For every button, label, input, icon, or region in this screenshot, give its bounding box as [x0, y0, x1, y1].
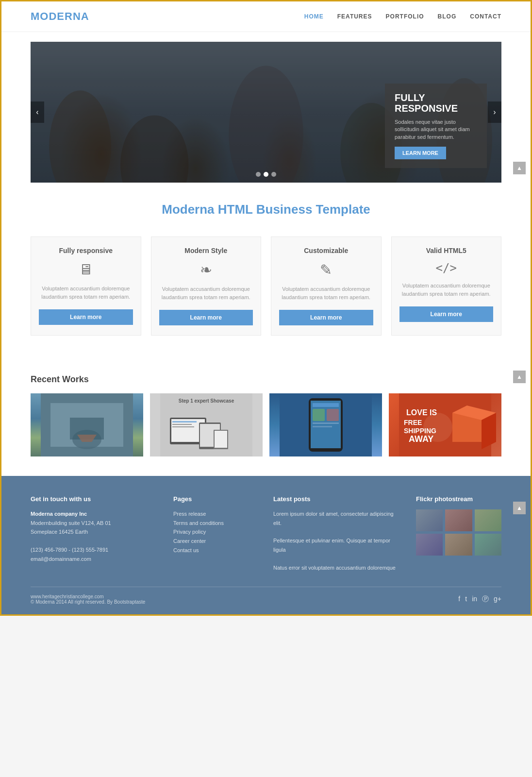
hero-section: ‹ › FULLY RESPONSIVE Sodales neque vitae… — [31, 42, 501, 183]
footer-pages-col: Pages Press release Terms and conditions… — [173, 495, 259, 572]
work-image-2 — [269, 393, 382, 456]
googleplus-icon[interactable]: g+ — [494, 595, 501, 604]
svg-rect-27 — [313, 422, 339, 424]
logo[interactable]: MODERNA — [31, 10, 89, 23]
feature-icon-0: 🖥 — [39, 261, 133, 278]
hero-next-arrow[interactable]: › — [488, 101, 501, 123]
work-item-1[interactable]: Step 1 expert Showcase — [150, 393, 263, 456]
social-icons: f t in Ⓟ g+ — [458, 595, 501, 604]
main-nav: HOME FEATURES PORTFOLIO BLOG CONTACT — [304, 13, 501, 20]
hero-dot-3[interactable] — [271, 172, 276, 177]
feature-desc-2: Voluptatem accusantium doloremque laudan… — [279, 285, 373, 301]
footer-page-2[interactable]: Privacy policy — [173, 527, 259, 537]
footer-post-2: Natus error sit voluptatem accusantium d… — [273, 563, 401, 573]
feature-card-1: Modern Style ❧ Voluptatem accusantium do… — [151, 236, 262, 336]
recent-works-section: Recent Works Step 1 expert Showcase — [1, 360, 531, 476]
svg-rect-19 — [172, 424, 192, 425]
footer-bottom: www.heritagechristiancollege.com © Moder… — [31, 587, 501, 605]
linkedin-icon[interactable]: in — [472, 595, 477, 604]
footer-phone: (123) 456-7890 - (123) 555-7891 — [31, 545, 159, 555]
footer-email: email@domainname.com — [31, 555, 159, 564]
flickr-thumb-0[interactable] — [416, 509, 443, 531]
footer-page-4[interactable]: Contact us — [173, 546, 259, 555]
flickr-thumb-3[interactable] — [416, 534, 443, 556]
footer-pages-title: Pages — [173, 495, 259, 503]
svg-rect-20 — [172, 426, 194, 427]
flickr-thumb-4[interactable] — [445, 534, 472, 556]
hero-text-box: FULLY RESPONSIVE Sodales neque vitae jus… — [385, 84, 487, 168]
feature-title-0: Fully responsive — [39, 247, 133, 254]
hero-cta-button[interactable]: LEARN MORE — [395, 147, 446, 159]
footer-address-2: Someplace 16425 Earth — [31, 527, 159, 537]
footer-grid: Get in touch with us Moderna company Inc… — [31, 495, 501, 572]
work-item-1-label: Step 1 expert Showcase — [179, 398, 234, 404]
flickr-thumb-1[interactable] — [445, 509, 472, 531]
features-grid: Fully responsive 🖥 Voluptatem accusantiu… — [31, 236, 501, 336]
svg-rect-17 — [215, 431, 227, 448]
footer-page-3[interactable]: Career center — [173, 537, 259, 546]
header: MODERNA HOME FEATURES PORTFOLIO BLOG CON… — [1, 1, 531, 32]
footer-posts-col: Latest posts Lorem ipsum dolor sit amet,… — [273, 495, 401, 572]
twitter-icon[interactable]: t — [465, 595, 467, 604]
section-title-rest: HTML Business Template — [215, 202, 370, 217]
work-item-2[interactable] — [269, 393, 382, 456]
nav-contact[interactable]: CONTACT — [470, 13, 501, 20]
feature-btn-1[interactable]: Learn more — [159, 310, 253, 325]
feature-card-0: Fully responsive 🖥 Voluptatem accusantiu… — [31, 236, 141, 336]
work-item-3[interactable]: LOVE IS FREE SHIPPING AWAY — [389, 393, 501, 456]
nav-features[interactable]: FEATURES — [337, 13, 372, 20]
footer-post-1: Pellentesque et pulvinar enim. Quisque a… — [273, 536, 401, 554]
feature-title-3: Valid HTML5 — [399, 247, 494, 254]
feature-desc-1: Voluptatem accusantium doloremque laudan… — [159, 285, 253, 301]
feature-btn-3[interactable]: Learn more — [399, 306, 494, 322]
footer-flickr-col: Flickr photostream — [416, 495, 501, 572]
svg-text:FREE: FREE — [404, 419, 422, 426]
feature-card-3: Valid HTML5 </> Voluptatem accusantium d… — [391, 236, 502, 336]
svg-text:SHIPPING: SHIPPING — [404, 427, 436, 435]
nav-blog[interactable]: BLOG — [438, 13, 457, 20]
scroll-up-button-1[interactable]: ▲ — [513, 162, 526, 174]
footer-flickr-title: Flickr photostream — [416, 495, 501, 503]
features-section: Fully responsive 🖥 Voluptatem accusantiu… — [1, 227, 531, 360]
footer-address-1: Modernbuilding suite V124, AB 01 — [31, 519, 159, 528]
logo-highlight: M — [31, 10, 40, 22]
hero-dot-1[interactable] — [256, 172, 261, 177]
footer: Get in touch with us Moderna company Inc… — [1, 476, 531, 614]
works-grid: Step 1 expert Showcase — [31, 393, 501, 456]
footer-posts-title: Latest posts — [273, 495, 401, 503]
feature-btn-2[interactable]: Learn more — [279, 310, 373, 325]
hero-prev-arrow[interactable]: ‹ — [31, 101, 44, 123]
footer-post-0: Lorem ipsum dolor sit amet, consectetur … — [273, 509, 401, 527]
section-title: Moderna HTML Business Template — [1, 183, 531, 227]
footer-page-0[interactable]: Press release — [173, 509, 259, 519]
feature-icon-2: ✎ — [279, 261, 373, 278]
work-item-0[interactable] — [31, 393, 143, 456]
hero-dot-2[interactable] — [264, 172, 268, 177]
svg-rect-18 — [172, 421, 197, 422]
flickr-grid — [416, 509, 501, 556]
recent-works-title: Recent Works — [31, 374, 501, 385]
footer-page-1[interactable]: Terms and conditions — [173, 519, 259, 528]
flickr-thumb-5[interactable] — [475, 534, 501, 556]
nav-home[interactable]: HOME — [304, 13, 324, 20]
hero-dots — [256, 172, 276, 177]
feature-card-2: Customizable ✎ Voluptatem accusantium do… — [271, 236, 382, 336]
svg-rect-28 — [313, 426, 332, 427]
section-title-highlight: Moderna — [162, 202, 214, 217]
svg-rect-26 — [327, 409, 339, 421]
feature-desc-3: Voluptatem accusantium doloremque laudan… — [399, 282, 494, 298]
pinterest-icon[interactable]: Ⓟ — [482, 595, 489, 604]
svg-rect-24 — [313, 403, 339, 407]
logo-rest: ODERNA — [40, 10, 89, 22]
svg-rect-25 — [313, 409, 325, 421]
scroll-up-button-3[interactable]: ▲ — [513, 502, 526, 514]
scroll-up-button-2[interactable]: ▲ — [513, 371, 526, 383]
svg-text:AWAY: AWAY — [409, 434, 433, 444]
footer-bottom-text: www.heritagechristiancollege.com © Moder… — [31, 594, 145, 605]
svg-text:LOVE IS: LOVE IS — [406, 408, 437, 417]
facebook-icon[interactable]: f — [458, 595, 460, 604]
flickr-thumb-2[interactable] — [475, 509, 501, 531]
hero-description: Sodales neque vitae justo sollicitudin a… — [395, 118, 477, 141]
nav-portfolio[interactable]: PORTFOLIO — [386, 13, 424, 20]
feature-btn-0[interactable]: Learn more — [39, 309, 133, 325]
